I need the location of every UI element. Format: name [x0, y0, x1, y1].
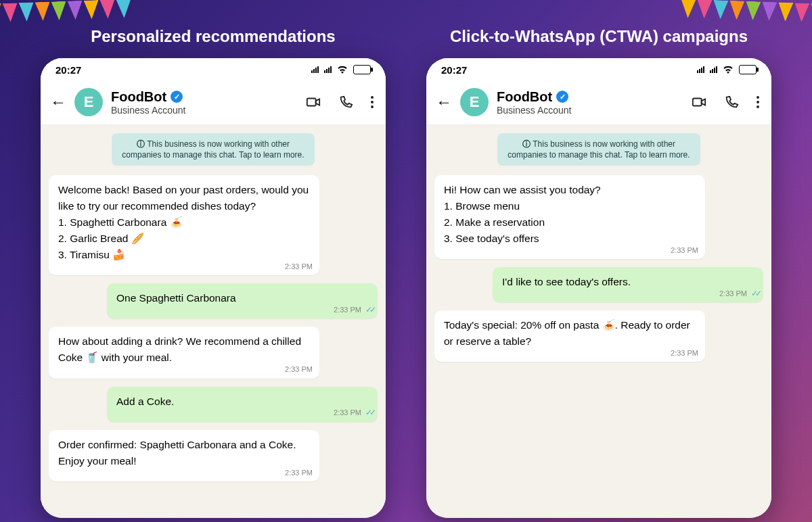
- back-icon[interactable]: ←: [436, 93, 452, 112]
- signal-icon: [697, 66, 704, 73]
- msg-in[interactable]: Hi! How can we assist you today? 1. Brow…: [434, 175, 705, 259]
- wifi-icon: [337, 66, 348, 74]
- status-time: 20:27: [441, 64, 467, 76]
- back-icon[interactable]: ←: [50, 93, 66, 112]
- status-time: 20:27: [55, 64, 81, 76]
- contact-sub: Business Account: [497, 105, 683, 116]
- statusbar: 20:27: [41, 58, 386, 81]
- read-ticks-icon: ✓✓: [365, 304, 374, 316]
- video-call-icon[interactable]: [306, 95, 321, 110]
- read-ticks-icon: ✓✓: [751, 287, 759, 300]
- msg-in[interactable]: Order confirmed: Spaghetti Carbonara and…: [49, 430, 319, 481]
- battery-icon: [353, 65, 371, 74]
- chat-body-left: This business is now working with other …: [41, 125, 386, 518]
- more-icon[interactable]: [371, 96, 374, 108]
- contact-sub: Business Account: [111, 105, 298, 116]
- phone-call-icon[interactable]: [724, 95, 739, 110]
- verified-icon: [556, 91, 568, 103]
- msg-out[interactable]: Add a Coke.2:33 PM✓✓: [107, 387, 378, 422]
- video-call-icon[interactable]: [692, 95, 706, 110]
- column-title-left: Personalized recommendations: [41, 27, 386, 46]
- wifi-icon: [723, 66, 734, 74]
- contact-name: FoodBot: [497, 89, 552, 105]
- chat-header: ← E FoodBot Business Account: [426, 81, 771, 125]
- phone-call-icon[interactable]: [338, 95, 353, 110]
- svg-rect-1: [693, 99, 702, 106]
- chat-header: ← E FoodBot Business Account: [41, 81, 386, 125]
- more-icon[interactable]: [757, 96, 759, 108]
- msg-in[interactable]: Today's special: 20% off on pasta 🍝. Rea…: [434, 310, 705, 362]
- contact-block[interactable]: FoodBot Business Account: [111, 89, 298, 116]
- msg-out[interactable]: I'd like to see today's offers.2:33 PM✓✓: [493, 267, 763, 302]
- chat-body-right: This business is now working with other …: [426, 125, 771, 518]
- column-title-right: Click-to-WhatsApp (CTWA) campaigns: [426, 27, 771, 46]
- phone-left: 20:27 ← E FoodBot Business Account: [41, 58, 386, 518]
- svg-rect-0: [307, 99, 316, 106]
- battery-icon: [739, 65, 757, 74]
- contact-block[interactable]: FoodBot Business Account: [497, 89, 683, 116]
- msg-in[interactable]: Welcome back! Based on your past orders,…: [49, 175, 319, 275]
- statusbar: 20:27: [426, 58, 771, 81]
- phone-right: 20:27 ← E FoodBot Business Account: [426, 58, 771, 518]
- signal-icon-2: [324, 66, 332, 73]
- msg-out[interactable]: One Spaghetti Carbonara2:33 PM✓✓: [107, 283, 378, 318]
- contact-name: FoodBot: [111, 89, 166, 105]
- msg-in[interactable]: How about adding a drink? We recommend a…: [49, 327, 319, 378]
- signal-icon: [311, 66, 319, 73]
- verified-icon: [171, 91, 183, 103]
- avatar[interactable]: E: [74, 88, 103, 116]
- read-ticks-icon: ✓✓: [365, 406, 374, 419]
- info-banner[interactable]: This business is now working with other …: [497, 133, 700, 166]
- avatar[interactable]: E: [460, 88, 489, 116]
- signal-icon-2: [710, 66, 717, 73]
- info-banner[interactable]: This business is now working with other …: [112, 133, 315, 166]
